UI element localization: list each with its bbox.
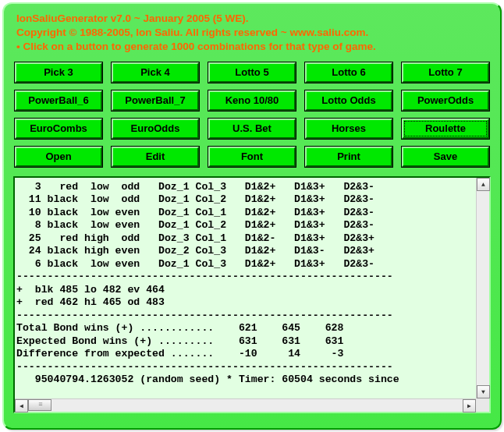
hscroll-track[interactable]: [51, 399, 463, 412]
save-button[interactable]: Save: [402, 147, 489, 167]
powerball-6-button[interactable]: PowerBall_6: [15, 90, 102, 111]
keno-10-80-button[interactable]: Keno 10/80: [208, 90, 296, 111]
lotto-odds-button[interactable]: Lotto Odds: [305, 90, 392, 111]
header-line-3: • Click on a button to generate 1000 com…: [16, 40, 491, 54]
app-window: IonSaliuGenerator v7.0 ~ January 2005 (5…: [2, 2, 502, 430]
open-button[interactable]: Open: [15, 147, 102, 167]
euro-odds-button[interactable]: EuroOdds: [112, 119, 199, 139]
lotto-6-button[interactable]: Lotto 6: [305, 62, 392, 83]
power-odds-button[interactable]: PowerOdds: [402, 90, 489, 111]
lotto-5-button[interactable]: Lotto 5: [208, 62, 296, 83]
button-grid: Pick 3 Pick 4 Lotto 5 Lotto 6 Lotto 7 Po…: [13, 62, 491, 167]
scroll-up-icon[interactable]: ▲: [477, 178, 490, 191]
horizontal-scrollbar[interactable]: ◀ ≡ ▶: [15, 398, 476, 412]
euro-combs-button[interactable]: EuroCombs: [15, 119, 102, 139]
scroll-right-icon[interactable]: ▶: [463, 399, 476, 413]
output-text: 3 red low odd Doz_1 Col_3 D1&2+ D1&3+ D2…: [15, 178, 475, 398]
roulette-button[interactable]: Roulette: [402, 119, 489, 139]
header-line-2: Copyright © 1988-2005, Ion Saliu. All ri…: [16, 26, 491, 40]
pick-3-button[interactable]: Pick 3: [15, 62, 102, 83]
print-button[interactable]: Print: [305, 147, 392, 167]
edit-button[interactable]: Edit: [112, 147, 199, 167]
scroll-down-icon[interactable]: ▼: [477, 385, 490, 398]
lotto-7-button[interactable]: Lotto 7: [402, 62, 489, 83]
header: IonSaliuGenerator v7.0 ~ January 2005 (5…: [13, 12, 491, 55]
vscroll-track[interactable]: [477, 191, 489, 385]
hscroll-thumb[interactable]: ≡: [28, 399, 51, 411]
scroll-left-icon[interactable]: ◀: [15, 399, 28, 413]
header-line-1: IonSaliuGenerator v7.0 ~ January 2005 (5…: [16, 12, 491, 26]
font-button[interactable]: Font: [208, 147, 296, 167]
pick-4-button[interactable]: Pick 4: [112, 62, 199, 83]
powerball-7-button[interactable]: PowerBall_7: [112, 90, 199, 111]
vertical-scrollbar[interactable]: ▲ ▼: [476, 178, 489, 398]
scrollbar-corner: [476, 398, 489, 412]
us-bet-button[interactable]: U.S. Bet: [208, 119, 296, 139]
output-panel: 3 red low odd Doz_1 Col_3 D1&2+ D1&3+ D2…: [13, 176, 491, 413]
horses-button[interactable]: Horses: [305, 119, 392, 139]
